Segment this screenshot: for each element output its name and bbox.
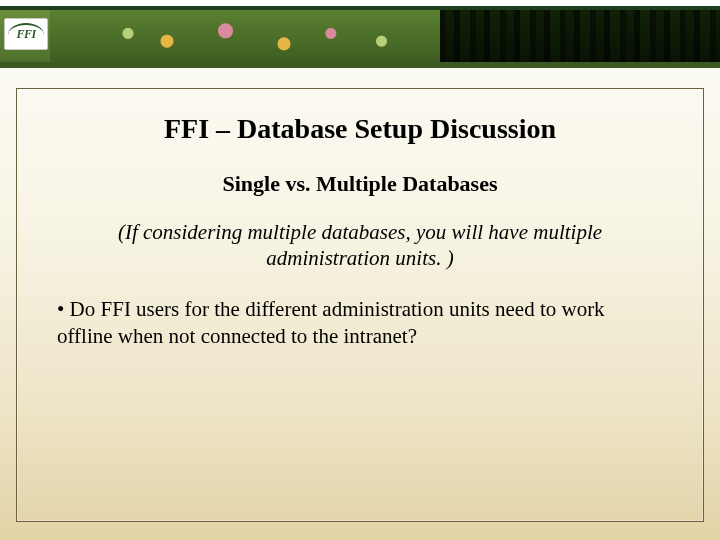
banner-trees <box>440 10 720 62</box>
content-frame: FFI – Database Setup Discussion Single v… <box>16 88 704 522</box>
slide-subtitle: Single vs. Multiple Databases <box>53 171 667 197</box>
slide-title: FFI – Database Setup Discussion <box>53 113 667 145</box>
logo-swoosh-icon <box>8 23 44 35</box>
banner-flora <box>50 10 440 62</box>
ffi-logo: FFI <box>4 18 48 50</box>
slide-note: (If considering multiple databases, you … <box>93 219 627 272</box>
bullet-item: • Do FFI users for the different adminis… <box>57 296 663 351</box>
banner-image: FFI <box>0 0 720 68</box>
slide: FFI FFI – Database Setup Discussion Sing… <box>0 0 720 540</box>
